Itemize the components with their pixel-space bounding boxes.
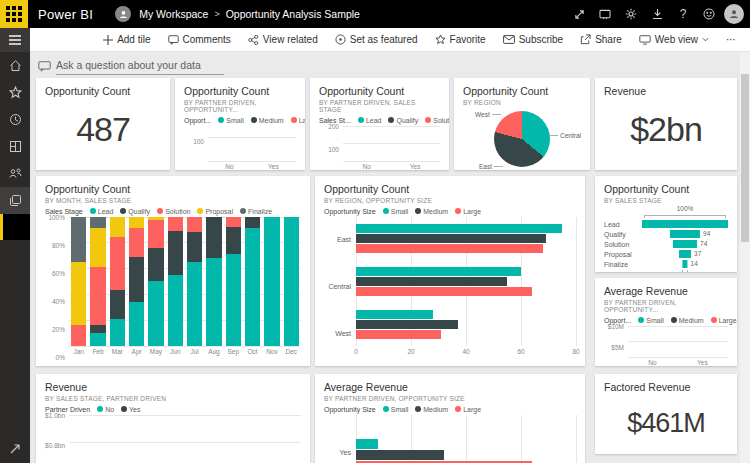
segment-proposal[interactable] bbox=[110, 217, 125, 238]
segment-lead[interactable] bbox=[168, 275, 183, 346]
segment-qualify[interactable] bbox=[129, 257, 144, 302]
legend-item[interactable]: Small bbox=[638, 317, 664, 324]
segment-finalize[interactable] bbox=[90, 217, 105, 229]
legend-item[interactable]: Medium bbox=[415, 208, 448, 215]
segment-lead[interactable] bbox=[90, 333, 105, 346]
qna-input[interactable] bbox=[56, 57, 224, 75]
nav-workspaces-icon[interactable] bbox=[0, 187, 30, 214]
notifications-icon[interactable] bbox=[592, 0, 618, 28]
funnel-bar[interactable] bbox=[673, 240, 697, 248]
tile-revenue-card[interactable]: Revenue $2bn bbox=[595, 78, 737, 170]
more-options-button[interactable]: ⋯ bbox=[726, 34, 736, 45]
segment-lead[interactable] bbox=[245, 228, 260, 345]
nav-selected-dashboard-item[interactable] bbox=[0, 214, 30, 240]
tile-count-by-partner-stage[interactable]: Opportunity Count BY PARTNER DRIVEN, SAL… bbox=[310, 78, 449, 170]
legend-item[interactable]: Medium bbox=[415, 406, 448, 413]
tile-count-by-region-pie[interactable]: Opportunity Count BY REGION West Central… bbox=[454, 78, 590, 170]
bar-small[interactable] bbox=[356, 224, 562, 233]
legend-item[interactable]: Solution bbox=[425, 117, 449, 124]
segment-solution[interactable] bbox=[226, 217, 241, 227]
bar-medium[interactable] bbox=[356, 234, 546, 243]
pie-slices[interactable] bbox=[494, 111, 550, 167]
bar-small[interactable] bbox=[356, 267, 521, 276]
settings-gear-icon[interactable] bbox=[618, 0, 644, 28]
legend-item[interactable]: Small bbox=[383, 208, 409, 215]
favorite-button[interactable]: Favorite bbox=[435, 34, 486, 45]
legend-item[interactable]: No bbox=[97, 406, 114, 413]
bar-small[interactable] bbox=[356, 439, 378, 449]
tile-average-revenue-by-size[interactable]: Average Revenue BY PARTNER DRIVEN, OPPOR… bbox=[315, 374, 585, 463]
stacked-column[interactable] bbox=[284, 217, 299, 346]
segment-finalize[interactable] bbox=[71, 217, 86, 262]
funnel-bar[interactable] bbox=[670, 230, 700, 238]
bar-medium[interactable] bbox=[356, 450, 444, 460]
breadcrumb-workspace[interactable]: My Workspace bbox=[139, 8, 208, 20]
tile-revenue-by-stage-partner[interactable]: Revenue BY SALES STAGE, PARTNER DRIVEN P… bbox=[36, 374, 310, 463]
comments-button[interactable]: Comments bbox=[168, 34, 231, 45]
segment-lead[interactable] bbox=[187, 262, 202, 346]
legend-item[interactable]: Large bbox=[291, 117, 305, 124]
stacked-column[interactable] bbox=[148, 217, 163, 346]
legend-item[interactable]: Qualify bbox=[120, 208, 150, 215]
tile-count-by-partner-size[interactable]: Opportunity Count BY PARTNER DRIVEN, OPP… bbox=[175, 78, 305, 170]
share-button[interactable]: Share bbox=[580, 34, 622, 45]
legend-item[interactable]: Lead bbox=[90, 208, 114, 215]
segment-solution[interactable] bbox=[129, 228, 144, 256]
feedback-smiley-icon[interactable] bbox=[696, 0, 722, 28]
segment-solution[interactable] bbox=[110, 237, 125, 290]
legend-item[interactable]: Large bbox=[455, 406, 481, 413]
stacked-column[interactable] bbox=[129, 217, 144, 346]
scrollbar-thumb[interactable] bbox=[741, 74, 749, 242]
add-tile-button[interactable]: Add tile bbox=[103, 34, 150, 45]
nav-apps-icon[interactable] bbox=[0, 133, 30, 160]
web-view-dropdown[interactable]: Web view bbox=[639, 34, 709, 45]
legend-item[interactable]: Proposal bbox=[197, 208, 233, 215]
legend-item[interactable]: Medium bbox=[671, 317, 704, 324]
profile-avatar[interactable] bbox=[724, 4, 744, 24]
segment-qualify[interactable] bbox=[206, 217, 221, 258]
tile-count-by-sales-stage-funnel[interactable]: Opportunity Count BY SALES STAGE 100%Lea… bbox=[595, 176, 737, 272]
nav-recent-icon[interactable] bbox=[0, 106, 30, 133]
bar-medium[interactable] bbox=[356, 320, 458, 329]
legend-item[interactable]: Lead bbox=[358, 117, 382, 124]
nav-favorites-icon[interactable] bbox=[0, 79, 30, 106]
stacked-column[interactable] bbox=[168, 217, 183, 346]
legend-item[interactable]: Large bbox=[455, 208, 481, 215]
tile-count-by-region-size[interactable]: Opportunity Count BY REGION, OPPORTUNITY… bbox=[315, 176, 585, 366]
segment-qualify[interactable] bbox=[226, 227, 241, 254]
segment-solution[interactable] bbox=[168, 217, 183, 231]
nav-home-icon[interactable] bbox=[0, 52, 30, 79]
segment-lead[interactable] bbox=[129, 302, 144, 346]
segment-qualify[interactable] bbox=[168, 231, 183, 275]
workspace-avatar[interactable] bbox=[115, 6, 131, 22]
segment-qualify[interactable] bbox=[148, 248, 163, 282]
stacked-column[interactable] bbox=[226, 217, 241, 346]
stacked-column[interactable] bbox=[110, 217, 125, 346]
segment-qualify[interactable] bbox=[110, 290, 125, 318]
segment-lead[interactable] bbox=[226, 254, 241, 346]
legend-item[interactable]: Medium bbox=[251, 117, 284, 124]
segment-solution[interactable] bbox=[71, 325, 86, 346]
segment-solution[interactable] bbox=[187, 217, 202, 232]
legend-item[interactable]: Small bbox=[218, 117, 244, 124]
nav-menu-hamburger-icon[interactable] bbox=[0, 28, 30, 52]
legend-item[interactable]: Qualify bbox=[388, 117, 418, 124]
bar-large[interactable] bbox=[356, 244, 543, 253]
segment-lead[interactable] bbox=[148, 281, 163, 346]
nav-open-in-new-icon[interactable] bbox=[0, 435, 30, 463]
segment-proposal[interactable] bbox=[129, 217, 144, 229]
tile-count-by-month-stage[interactable]: Opportunity Count BY MONTH, SALES STAGE … bbox=[36, 176, 310, 366]
segment-lead[interactable] bbox=[206, 258, 221, 346]
funnel-bar[interactable] bbox=[679, 250, 691, 258]
legend-item[interactable]: Solution bbox=[157, 208, 190, 215]
segment-qualify[interactable] bbox=[90, 325, 105, 333]
segment-qualify[interactable] bbox=[187, 232, 202, 262]
bar-large[interactable] bbox=[356, 287, 532, 296]
legend-item[interactable]: Large bbox=[711, 317, 737, 324]
stacked-column[interactable] bbox=[206, 217, 221, 346]
bar-large[interactable] bbox=[356, 330, 441, 339]
set-as-featured-button[interactable]: Set as featured bbox=[335, 34, 418, 45]
stacked-column[interactable] bbox=[90, 217, 105, 346]
legend-item[interactable]: Finalize bbox=[240, 208, 272, 215]
help-icon[interactable]: ? bbox=[670, 0, 696, 28]
